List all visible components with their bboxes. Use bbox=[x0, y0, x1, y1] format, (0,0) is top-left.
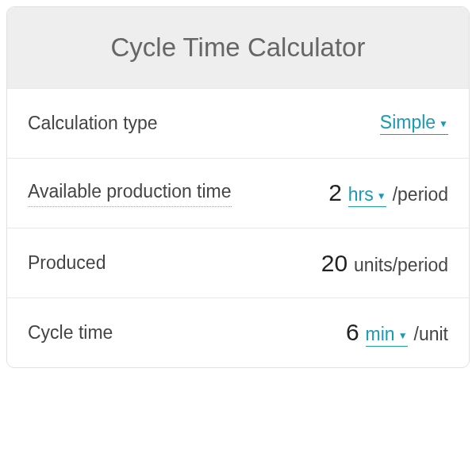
chevron-down-icon: ▼ bbox=[439, 118, 448, 129]
page-title: Cycle Time Calculator bbox=[23, 33, 453, 63]
chevron-down-icon: ▼ bbox=[398, 330, 408, 341]
value-group-available-time: 2 hrs ▼ /period bbox=[310, 179, 448, 207]
row-produced: Produced 20 units/period bbox=[7, 228, 469, 298]
produced-input[interactable]: 20 bbox=[316, 250, 347, 277]
cycle-time-unit: min bbox=[366, 324, 395, 345]
label-cycle-time: Cycle time bbox=[28, 321, 328, 345]
row-available-time: Available production time 2 hrs ▼ /perio… bbox=[7, 158, 469, 228]
produced-unit: units/period bbox=[354, 255, 448, 276]
value-calculation-type: Simple ▼ bbox=[380, 112, 448, 135]
available-time-unit-dropdown[interactable]: hrs ▼ bbox=[348, 184, 386, 207]
header: Cycle Time Calculator bbox=[7, 7, 469, 88]
chevron-down-icon: ▼ bbox=[377, 190, 386, 202]
label-available-time[interactable]: Available production time bbox=[28, 179, 232, 206]
label-calculation-type: Calculation type bbox=[28, 111, 380, 136]
value-group-produced: 20 units/period bbox=[316, 250, 448, 277]
calculator-card: Cycle Time Calculator Calculation type S… bbox=[6, 6, 470, 368]
available-time-suffix: /period bbox=[393, 184, 448, 205]
row-cycle-time: Cycle time 6 min ▼ /unit bbox=[7, 298, 469, 367]
cycle-time-unit-dropdown[interactable]: min ▼ bbox=[366, 324, 408, 347]
available-time-input[interactable]: 2 bbox=[310, 179, 342, 206]
available-time-unit: hrs bbox=[348, 184, 374, 205]
label-produced: Produced bbox=[28, 251, 316, 275]
calculation-type-value: Simple bbox=[380, 112, 436, 133]
calculation-type-dropdown[interactable]: Simple ▼ bbox=[380, 112, 448, 135]
cycle-time-output: 6 bbox=[328, 319, 359, 346]
value-group-cycle-time: 6 min ▼ /unit bbox=[328, 319, 448, 347]
row-calculation-type: Calculation type Simple ▼ bbox=[7, 88, 469, 158]
cycle-time-suffix: /unit bbox=[414, 324, 448, 345]
